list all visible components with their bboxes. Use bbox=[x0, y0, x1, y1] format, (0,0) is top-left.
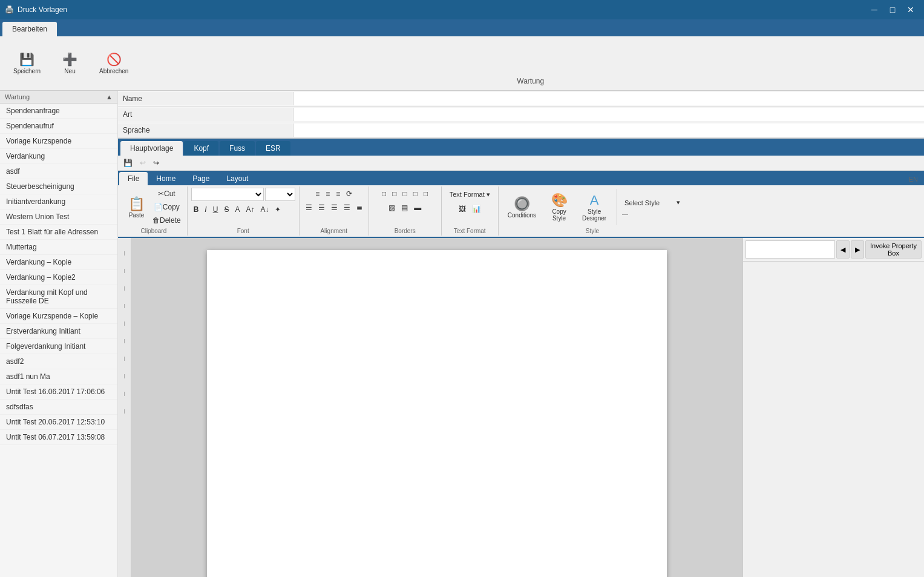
delete-button[interactable]: 🗑 Delete bbox=[150, 214, 183, 226]
editor-main: | | | | | | | | | | bbox=[118, 238, 742, 577]
sidebar-item[interactable]: Verdankung bbox=[0, 149, 117, 164]
sidebar-item[interactable]: Untit Test 16.06.2017 17:06:06 bbox=[0, 384, 117, 400]
copy-button[interactable]: 📄 Copy bbox=[150, 201, 183, 213]
save-button[interactable]: 💾 Speichern bbox=[10, 50, 44, 77]
font-highlight-button[interactable]: ✦ bbox=[272, 203, 283, 216]
ribbon-tab-layout[interactable]: Layout bbox=[218, 172, 257, 185]
new-icon: ➕ bbox=[62, 52, 77, 67]
sidebar-item[interactable]: Erstverdankung Initiant bbox=[0, 324, 117, 339]
font-size-decrease[interactable]: A↓ bbox=[258, 203, 271, 216]
strikethrough-button[interactable]: S bbox=[221, 203, 231, 216]
tab-hauptvorlage[interactable]: Hauptvorlage bbox=[120, 141, 183, 156]
tab-kopf[interactable]: Kopf bbox=[184, 141, 218, 156]
bold-button[interactable]: B bbox=[191, 203, 202, 216]
sidebar-item[interactable]: Steuerbescheinigung bbox=[0, 179, 117, 194]
sidebar-item[interactable]: sdfsdfas bbox=[0, 400, 117, 415]
save-small-button[interactable]: 💾 bbox=[120, 157, 136, 169]
text-format-button[interactable]: Text Format ▾ bbox=[445, 188, 494, 202]
style-sub-label: — bbox=[622, 211, 628, 217]
cut-button[interactable]: ✂ Cut bbox=[150, 188, 183, 200]
close-button[interactable]: ✕ bbox=[902, 1, 919, 18]
new-button[interactable]: ➕ Neu bbox=[59, 50, 81, 77]
size-dropdown[interactable] bbox=[265, 188, 295, 201]
sidebar-item[interactable]: Folgeverdankung Initiant bbox=[0, 339, 117, 354]
underline-button[interactable]: U bbox=[211, 203, 221, 216]
style-designer-button[interactable]: A Style Designer bbox=[577, 191, 612, 223]
border-btn3[interactable]: □ bbox=[401, 188, 410, 200]
align-right[interactable]: ☰ bbox=[329, 202, 340, 214]
sidebar-collapse-icon[interactable]: ▲ bbox=[106, 93, 113, 101]
props-nav-forward[interactable]: ▶ bbox=[851, 240, 864, 259]
font-group: B I U S A A↑ A↓ ✦ Font bbox=[188, 186, 300, 236]
alignment-label: Alignment bbox=[303, 226, 365, 234]
ribbon-tab-page[interactable]: Page bbox=[184, 172, 218, 185]
sidebar-item[interactable]: Vorlage Kurzspende bbox=[0, 134, 117, 149]
align-center-top[interactable]: ≡ bbox=[323, 188, 332, 200]
font-selector bbox=[191, 188, 295, 201]
sidebar-item[interactable]: Initiantverdankung bbox=[0, 194, 117, 209]
align-center[interactable]: ☰ bbox=[316, 202, 327, 214]
tab-esr[interactable]: ESR bbox=[256, 141, 290, 156]
toolbar-section-label: Wartung bbox=[142, 77, 919, 88]
sidebar-item[interactable]: Verdankung – Kopie bbox=[0, 255, 117, 270]
sidebar-item[interactable]: Untit Test 20.06.2017 12:53:10 bbox=[0, 415, 117, 430]
align-left-top[interactable]: ≡ bbox=[313, 188, 322, 200]
indent-btn[interactable]: ⟳ bbox=[344, 188, 355, 200]
undo-button[interactable]: ↩ bbox=[137, 157, 149, 169]
art-input[interactable] bbox=[298, 110, 919, 119]
border-btn2[interactable]: □ bbox=[390, 188, 399, 200]
sidebar-item[interactable]: Spendenanfrage bbox=[0, 104, 117, 119]
sidebar-item[interactable]: Spendenaufruf bbox=[0, 119, 117, 134]
sidebar-item[interactable]: asdf bbox=[0, 164, 117, 179]
editor-page[interactable] bbox=[207, 250, 667, 577]
font-size-increase[interactable]: A↑ bbox=[243, 203, 257, 216]
sidebar-item[interactable]: asdf1 nun Ma bbox=[0, 369, 117, 384]
sidebar-item[interactable]: Test 1 Blatt für alle Adressen bbox=[0, 225, 117, 240]
props-nav-back[interactable]: ◀ bbox=[836, 240, 850, 259]
sidebar-item[interactable]: Western Union Test bbox=[0, 209, 117, 225]
border-btn1[interactable]: □ bbox=[379, 188, 388, 200]
ribbon-tab-home[interactable]: Home bbox=[148, 172, 184, 185]
title-bar-controls: ─ □ ✕ bbox=[866, 1, 919, 18]
ribbon-tab-bearbeiten[interactable]: Bearbeiten bbox=[2, 22, 57, 36]
cancel-button[interactable]: 🚫 Abbrechen bbox=[96, 50, 132, 77]
sidebar-item[interactable]: Verdankung mit Kopf und Fusszeile DE bbox=[0, 285, 117, 309]
select-style-container: Select Style ▾ — bbox=[622, 197, 683, 217]
sidebar-item[interactable]: Muttertag bbox=[0, 240, 117, 255]
sidebar-item[interactable]: Vorlage Kurzspende – Kopie bbox=[0, 309, 117, 324]
align-right-top[interactable]: ≡ bbox=[333, 188, 342, 200]
ribbon-tab-file[interactable]: File bbox=[119, 172, 148, 185]
sprache-input[interactable] bbox=[298, 126, 919, 134]
text-format-sub2[interactable]: 📊 bbox=[470, 203, 483, 215]
properties-input[interactable] bbox=[745, 240, 835, 259]
fill-btn2[interactable]: ▤ bbox=[399, 202, 410, 214]
border-btn5[interactable]: □ bbox=[421, 188, 430, 200]
font-dropdown[interactable] bbox=[191, 188, 264, 201]
sidebar-item[interactable]: Verdankung – Kopie2 bbox=[0, 270, 117, 285]
select-style-button[interactable]: Select Style ▾ bbox=[622, 197, 683, 208]
fill-btn1[interactable]: ▨ bbox=[386, 202, 398, 214]
editor-ribbon: 💾 ↩ ↪ File Home Page Layout EN 📋 bbox=[118, 156, 924, 238]
sidebar-item[interactable]: Untit Test 06.07.2017 13:59:08 bbox=[0, 430, 117, 445]
conditions-button[interactable]: 🔘 Conditions bbox=[502, 191, 542, 223]
border-btn4[interactable]: □ bbox=[411, 188, 420, 200]
redo-button[interactable]: ↪ bbox=[150, 157, 162, 169]
paste-button[interactable]: 📋 Paste bbox=[124, 191, 149, 223]
align-left[interactable]: ☰ bbox=[303, 202, 315, 214]
fill-btn3[interactable]: ▬ bbox=[411, 202, 424, 214]
tab-fuss[interactable]: Fuss bbox=[220, 141, 255, 156]
font-top: B I U S A A↑ A↓ ✦ bbox=[191, 188, 295, 226]
name-input[interactable] bbox=[298, 94, 919, 103]
align-justify[interactable]: ☰ bbox=[341, 202, 353, 214]
text-format-sub1[interactable]: 🖼 bbox=[456, 203, 468, 215]
italic-button[interactable]: I bbox=[202, 203, 209, 216]
maximize-button[interactable]: □ bbox=[884, 1, 901, 18]
list-btn[interactable]: ≣ bbox=[354, 202, 365, 214]
minimize-button[interactable]: ─ bbox=[866, 1, 883, 18]
editor-canvas[interactable] bbox=[131, 238, 742, 577]
copy-style-button[interactable]: 🎨 Copy Style bbox=[544, 191, 574, 223]
props-invoke-button[interactable]: Invoke Property Box bbox=[865, 240, 922, 259]
sidebar-item[interactable]: asdf2 bbox=[0, 354, 117, 369]
font-color-button[interactable]: A bbox=[232, 203, 242, 216]
clipboard-secondary: ✂ Cut 📄 Copy 🗑 Delete bbox=[150, 188, 183, 226]
